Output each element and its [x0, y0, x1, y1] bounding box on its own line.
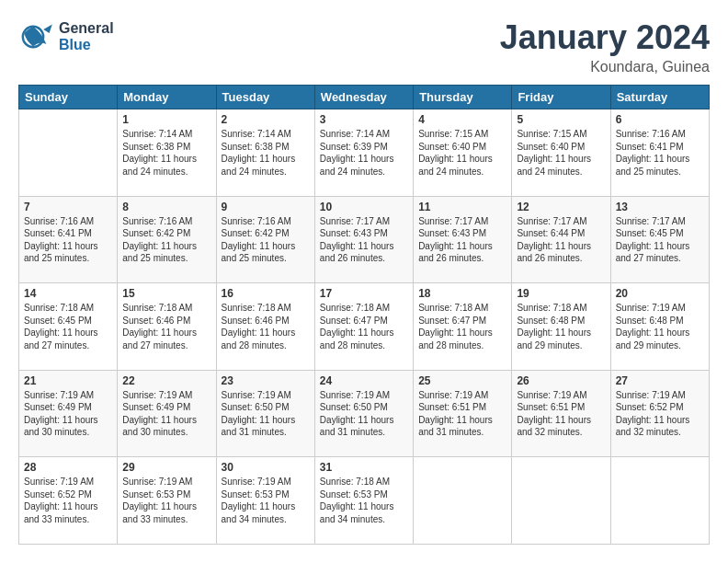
day-info: Sunrise: 7:19 AM Sunset: 6:53 PM Dayligh… — [122, 476, 210, 525]
day-info: Sunrise: 7:16 AM Sunset: 6:41 PM Dayligh… — [24, 215, 112, 265]
day-info: Sunrise: 7:19 AM Sunset: 6:52 PM Dayligh… — [24, 476, 112, 525]
calendar-cell: 23Sunrise: 7:19 AM Sunset: 6:50 PM Dayli… — [216, 370, 314, 457]
calendar-cell: 19Sunrise: 7:18 AM Sunset: 6:48 PM Dayli… — [512, 283, 610, 371]
day-number: 5 — [517, 113, 605, 126]
day-info: Sunrise: 7:14 AM Sunset: 6:39 PM Dayligh… — [320, 128, 408, 178]
title-area: January 2024 Koundara, Guinea — [500, 18, 710, 75]
calendar-cell: 29Sunrise: 7:19 AM Sunset: 6:53 PM Dayli… — [118, 457, 216, 545]
day-info: Sunrise: 7:19 AM Sunset: 6:51 PM Dayligh… — [418, 389, 506, 439]
day-header: Thursday — [414, 86, 512, 109]
calendar-cell: 21Sunrise: 7:19 AM Sunset: 6:49 PM Dayli… — [19, 370, 118, 457]
day-number: 12 — [517, 201, 605, 213]
day-info: Sunrise: 7:19 AM Sunset: 6:53 PM Dayligh… — [222, 476, 310, 525]
day-info: Sunrise: 7:14 AM Sunset: 6:38 PM Dayligh… — [122, 128, 210, 178]
day-info: Sunrise: 7:15 AM Sunset: 6:40 PM Dayligh… — [517, 128, 605, 178]
day-number: 21 — [24, 374, 112, 387]
calendar-cell: 30Sunrise: 7:19 AM Sunset: 6:53 PM Dayli… — [216, 457, 314, 545]
day-info: Sunrise: 7:17 AM Sunset: 6:43 PM Dayligh… — [418, 215, 506, 265]
day-number: 20 — [616, 287, 704, 300]
day-info: Sunrise: 7:18 AM Sunset: 6:46 PM Dayligh… — [222, 302, 310, 351]
day-number: 27 — [616, 374, 704, 387]
calendar: SundayMondayTuesdayWednesdayThursdayFrid… — [18, 85, 710, 545]
day-number: 14 — [24, 287, 112, 300]
day-info: Sunrise: 7:18 AM Sunset: 6:46 PM Dayligh… — [122, 302, 210, 351]
calendar-cell: 4Sunrise: 7:15 AM Sunset: 6:40 PM Daylig… — [414, 109, 512, 197]
day-number: 8 — [122, 201, 210, 213]
day-info: Sunrise: 7:17 AM Sunset: 6:43 PM Dayligh… — [320, 215, 408, 265]
day-header: Monday — [118, 86, 216, 109]
day-number: 24 — [320, 374, 408, 387]
day-info: Sunrise: 7:17 AM Sunset: 6:44 PM Dayligh… — [517, 215, 605, 265]
day-number: 31 — [320, 461, 408, 474]
day-info: Sunrise: 7:18 AM Sunset: 6:45 PM Dayligh… — [24, 302, 112, 351]
day-header: Wednesday — [314, 86, 413, 109]
day-info: Sunrise: 7:19 AM Sunset: 6:51 PM Dayligh… — [517, 389, 605, 439]
calendar-cell: 22Sunrise: 7:19 AM Sunset: 6:49 PM Dayli… — [118, 370, 216, 457]
calendar-cell: 26Sunrise: 7:19 AM Sunset: 6:51 PM Dayli… — [512, 370, 610, 457]
day-number: 9 — [222, 201, 310, 213]
day-number: 28 — [24, 461, 112, 474]
day-number: 10 — [320, 201, 408, 213]
day-info: Sunrise: 7:19 AM Sunset: 6:49 PM Dayligh… — [24, 389, 112, 439]
day-number: 29 — [122, 461, 210, 474]
day-number: 26 — [517, 374, 605, 387]
day-info: Sunrise: 7:17 AM Sunset: 6:45 PM Dayligh… — [616, 215, 704, 265]
calendar-cell: 28Sunrise: 7:19 AM Sunset: 6:52 PM Dayli… — [19, 457, 118, 545]
calendar-cell: 1Sunrise: 7:14 AM Sunset: 6:38 PM Daylig… — [118, 109, 216, 197]
day-info: Sunrise: 7:18 AM Sunset: 6:47 PM Dayligh… — [320, 302, 408, 351]
calendar-cell: 24Sunrise: 7:19 AM Sunset: 6:50 PM Dayli… — [314, 370, 413, 457]
day-number: 6 — [616, 113, 704, 126]
day-number: 11 — [418, 201, 506, 213]
day-info: Sunrise: 7:19 AM Sunset: 6:50 PM Dayligh… — [320, 389, 408, 439]
calendar-cell — [610, 457, 709, 545]
location: Koundara, Guinea — [500, 59, 710, 75]
day-number: 3 — [320, 113, 408, 126]
logo-blue: Blue — [59, 37, 114, 53]
calendar-cell: 27Sunrise: 7:19 AM Sunset: 6:52 PM Dayli… — [610, 370, 709, 457]
calendar-cell: 8Sunrise: 7:16 AM Sunset: 6:42 PM Daylig… — [118, 196, 216, 283]
logo: General Blue — [18, 18, 114, 55]
day-number: 4 — [418, 113, 506, 126]
calendar-cell: 18Sunrise: 7:18 AM Sunset: 6:47 PM Dayli… — [414, 283, 512, 371]
day-header: Sunday — [19, 86, 118, 109]
month-title: January 2024 — [500, 18, 710, 57]
day-number: 13 — [616, 201, 704, 213]
day-number: 7 — [24, 201, 112, 213]
calendar-cell: 16Sunrise: 7:18 AM Sunset: 6:46 PM Dayli… — [216, 283, 314, 371]
logo-general: General — [59, 20, 114, 37]
day-info: Sunrise: 7:18 AM Sunset: 6:48 PM Dayligh… — [517, 302, 605, 351]
day-number: 22 — [122, 374, 210, 387]
day-number: 18 — [418, 287, 506, 300]
day-number: 1 — [122, 113, 210, 126]
calendar-cell: 31Sunrise: 7:18 AM Sunset: 6:53 PM Dayli… — [314, 457, 413, 545]
calendar-cell: 14Sunrise: 7:18 AM Sunset: 6:45 PM Dayli… — [19, 283, 118, 371]
calendar-cell: 9Sunrise: 7:16 AM Sunset: 6:42 PM Daylig… — [216, 196, 314, 283]
day-number: 17 — [320, 287, 408, 300]
day-info: Sunrise: 7:15 AM Sunset: 6:40 PM Dayligh… — [418, 128, 506, 178]
day-header: Tuesday — [216, 86, 314, 109]
calendar-cell: 12Sunrise: 7:17 AM Sunset: 6:44 PM Dayli… — [512, 196, 610, 283]
day-info: Sunrise: 7:14 AM Sunset: 6:38 PM Dayligh… — [222, 128, 310, 178]
day-info: Sunrise: 7:19 AM Sunset: 6:50 PM Dayligh… — [222, 389, 310, 439]
day-number: 23 — [222, 374, 310, 387]
calendar-cell — [19, 109, 118, 197]
calendar-cell: 6Sunrise: 7:16 AM Sunset: 6:41 PM Daylig… — [610, 109, 709, 197]
calendar-cell: 7Sunrise: 7:16 AM Sunset: 6:41 PM Daylig… — [19, 196, 118, 283]
day-number: 25 — [418, 374, 506, 387]
day-info: Sunrise: 7:16 AM Sunset: 6:42 PM Dayligh… — [222, 215, 310, 265]
calendar-cell: 20Sunrise: 7:19 AM Sunset: 6:48 PM Dayli… — [610, 283, 709, 371]
calendar-cell: 10Sunrise: 7:17 AM Sunset: 6:43 PM Dayli… — [314, 196, 413, 283]
calendar-cell: 25Sunrise: 7:19 AM Sunset: 6:51 PM Dayli… — [414, 370, 512, 457]
day-info: Sunrise: 7:19 AM Sunset: 6:52 PM Dayligh… — [616, 389, 704, 439]
calendar-cell: 15Sunrise: 7:18 AM Sunset: 6:46 PM Dayli… — [118, 283, 216, 371]
calendar-cell — [512, 457, 610, 545]
day-info: Sunrise: 7:19 AM Sunset: 6:48 PM Dayligh… — [616, 302, 704, 351]
day-number: 2 — [222, 113, 310, 126]
day-number: 30 — [222, 461, 310, 474]
calendar-cell — [414, 457, 512, 545]
day-info: Sunrise: 7:16 AM Sunset: 6:42 PM Dayligh… — [122, 215, 210, 265]
day-number: 15 — [122, 287, 210, 300]
calendar-cell: 5Sunrise: 7:15 AM Sunset: 6:40 PM Daylig… — [512, 109, 610, 197]
day-info: Sunrise: 7:18 AM Sunset: 6:47 PM Dayligh… — [418, 302, 506, 351]
calendar-cell: 17Sunrise: 7:18 AM Sunset: 6:47 PM Dayli… — [314, 283, 413, 371]
